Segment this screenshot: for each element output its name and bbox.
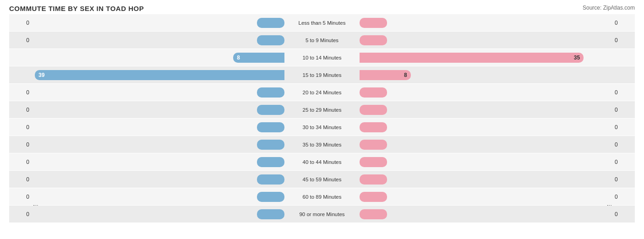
row-label: 90 or more Minutes	[285, 211, 359, 218]
male-bar-container	[32, 191, 285, 203]
row-label: 60 to 89 Minutes	[285, 193, 359, 201]
male-bar	[257, 157, 284, 167]
male-bar	[257, 18, 284, 28]
female-bar-container	[359, 104, 612, 116]
female-bar	[360, 209, 387, 219]
row-label: 5 to 9 Minutes	[285, 37, 359, 44]
male-bar-container: 8	[32, 52, 285, 64]
row-label: 15 to 19 Minutes	[285, 71, 359, 79]
left-value: 0	[9, 141, 32, 148]
right-value: 0	[612, 141, 635, 148]
female-bar	[360, 174, 387, 185]
female-bar	[360, 140, 387, 150]
female-bar	[360, 87, 387, 98]
left-value: 0	[9, 159, 32, 165]
female-bar-container	[359, 121, 612, 133]
left-value: 0	[9, 89, 32, 96]
right-value: 0	[612, 211, 635, 217]
chart-row: 0 30 to 34 Minutes 0	[9, 119, 635, 136]
row-label: Less than 5 Minutes	[285, 19, 359, 27]
left-value: 0	[9, 37, 32, 43]
male-bar-container	[32, 174, 285, 185]
chart-row: 8 10 to 14 Minutes 35	[9, 49, 635, 66]
chart-area: 0 Less than 5 Minutes 0 0 5 to 9 Minutes	[9, 14, 635, 203]
chart-row: 0 25 to 29 Minutes 0	[9, 101, 635, 118]
female-bar-container: 35	[359, 52, 612, 64]
left-value: 0	[9, 211, 32, 217]
chart-container: COMMUTE TIME BY SEX IN TOAD HOP Source: …	[0, 0, 644, 239]
female-bar: 8	[360, 70, 411, 80]
row-label: 30 to 34 Minutes	[285, 124, 359, 131]
left-value: 0	[9, 124, 32, 130]
chart-row: 39 15 to 19 Minutes 8	[9, 66, 635, 83]
chart-row: 0 5 to 9 Minutes 0	[9, 32, 635, 49]
right-value: 0	[612, 107, 635, 113]
male-bar	[257, 105, 284, 115]
chart-title: COMMUTE TIME BY SEX IN TOAD HOP	[9, 5, 635, 12]
male-bar	[257, 87, 284, 98]
male-bar	[257, 174, 284, 185]
female-bar	[360, 35, 387, 45]
male-bar-container	[32, 34, 285, 46]
female-bar	[360, 18, 387, 28]
right-value: 0	[612, 89, 635, 96]
right-value: 0	[612, 37, 635, 43]
female-bar-container	[359, 208, 612, 220]
left-value: 0	[9, 107, 32, 113]
male-bar	[257, 122, 284, 132]
male-bar-container	[32, 208, 285, 220]
male-bar	[257, 192, 284, 202]
chart-row: 0 35 to 39 Minutes 0	[9, 136, 635, 153]
right-value: 0	[612, 124, 635, 130]
male-bar-container	[32, 17, 285, 29]
male-bar: 8	[233, 53, 284, 63]
male-bar	[257, 140, 284, 150]
right-value: 0	[612, 194, 635, 200]
chart-row: 0 40 to 44 Minutes 0	[9, 153, 635, 170]
female-bar-container	[359, 34, 612, 46]
chart-row: 0 Less than 5 Minutes 0	[9, 14, 635, 31]
chart-row: 0 20 to 24 Minutes 0	[9, 84, 635, 101]
row-label: 20 to 24 Minutes	[285, 89, 359, 96]
female-bar	[360, 192, 387, 202]
female-bar-container: 8	[359, 69, 612, 81]
male-bar-container: 39	[32, 69, 285, 81]
row-label: 35 to 39 Minutes	[285, 141, 359, 148]
male-bar	[257, 209, 284, 219]
female-bar-container	[359, 156, 612, 168]
left-value: 0	[9, 176, 32, 183]
female-bar-container	[359, 191, 612, 203]
female-bar-container	[359, 17, 612, 29]
left-value: 0	[9, 194, 32, 200]
male-bar-container	[32, 87, 285, 98]
male-bar: 39	[35, 70, 284, 80]
row-label: 10 to 14 Minutes	[285, 54, 359, 61]
chart-row: 0 45 to 59 Minutes 0	[9, 171, 635, 188]
female-bar	[360, 105, 387, 115]
female-bar: 35	[360, 53, 584, 63]
left-value: 0	[9, 20, 32, 26]
male-bar	[257, 35, 284, 45]
chart-row: 0 90 or more Minutes 0	[9, 206, 635, 223]
male-bar-container	[32, 139, 285, 151]
right-value: 0	[612, 20, 635, 26]
female-bar	[360, 122, 387, 132]
male-bar-container	[32, 156, 285, 168]
row-label: 40 to 44 Minutes	[285, 158, 359, 166]
chart-row: 0 60 to 89 Minutes 0	[9, 188, 635, 205]
male-bar-container	[32, 121, 285, 133]
row-label: 25 to 29 Minutes	[285, 106, 359, 114]
female-bar-container	[359, 139, 612, 151]
right-value: 0	[612, 159, 635, 165]
female-bar-container	[359, 87, 612, 98]
source-text: Source: ZipAtlas.com	[583, 5, 635, 11]
right-value: 0	[612, 176, 635, 183]
female-bar-container	[359, 174, 612, 185]
female-bar	[360, 157, 387, 167]
male-bar-container	[32, 104, 285, 116]
row-label: 45 to 59 Minutes	[285, 176, 359, 183]
